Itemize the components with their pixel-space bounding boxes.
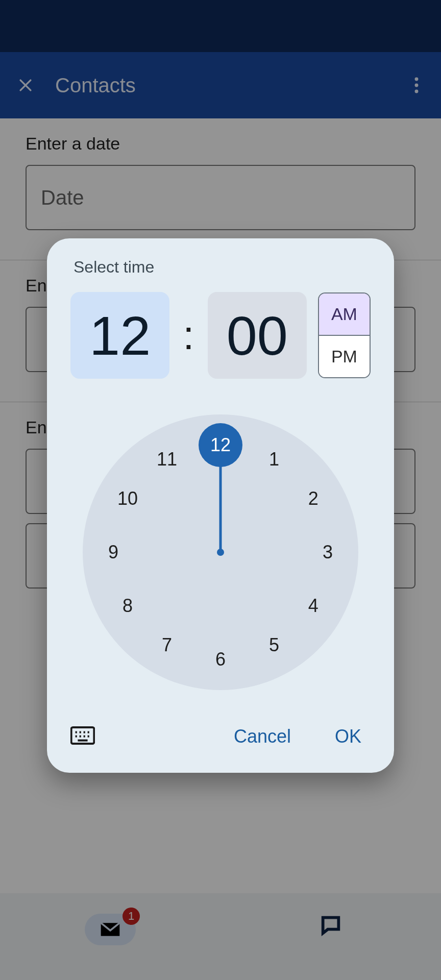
clock-number-8[interactable]: 8 — [122, 595, 133, 617]
clock-face[interactable]: 12 1234567891011 — [83, 414, 358, 690]
cancel-button[interactable]: Cancel — [225, 721, 300, 752]
time-picker-dialog: Select time 12 : 00 AM PM 12 12345678910… — [47, 238, 394, 773]
time-display-row: 12 : 00 AM PM — [70, 292, 371, 379]
pm-button[interactable]: PM — [319, 336, 370, 377]
ok-button[interactable]: OK — [326, 721, 371, 752]
time-colon: : — [181, 312, 196, 359]
clock-number-9[interactable]: 9 — [108, 542, 118, 563]
clock-number-5[interactable]: 5 — [269, 634, 279, 656]
dialog-title: Select time — [74, 258, 371, 277]
selected-hour-circle[interactable]: 12 — [199, 423, 242, 467]
clock-center — [217, 549, 224, 556]
minute-box[interactable]: 00 — [208, 292, 307, 379]
clock-number-1[interactable]: 1 — [269, 449, 279, 470]
clock-number-3[interactable]: 3 — [323, 542, 333, 563]
hour-box[interactable]: 12 — [70, 292, 169, 379]
clock-number-10[interactable]: 10 — [117, 488, 138, 509]
clock-number-4[interactable]: 4 — [308, 595, 318, 617]
clock-number-2[interactable]: 2 — [308, 488, 318, 509]
clock-area: 12 1234567891011 — [70, 414, 371, 690]
clock-number-7[interactable]: 7 — [162, 634, 172, 656]
clock-number-11[interactable]: 11 — [157, 449, 177, 470]
ampm-toggle: AM PM — [318, 292, 371, 378]
dialog-actions: Cancel OK — [70, 721, 371, 752]
am-button[interactable]: AM — [319, 293, 370, 336]
keyboard-icon[interactable] — [70, 726, 95, 747]
clock-number-6[interactable]: 6 — [215, 649, 226, 670]
